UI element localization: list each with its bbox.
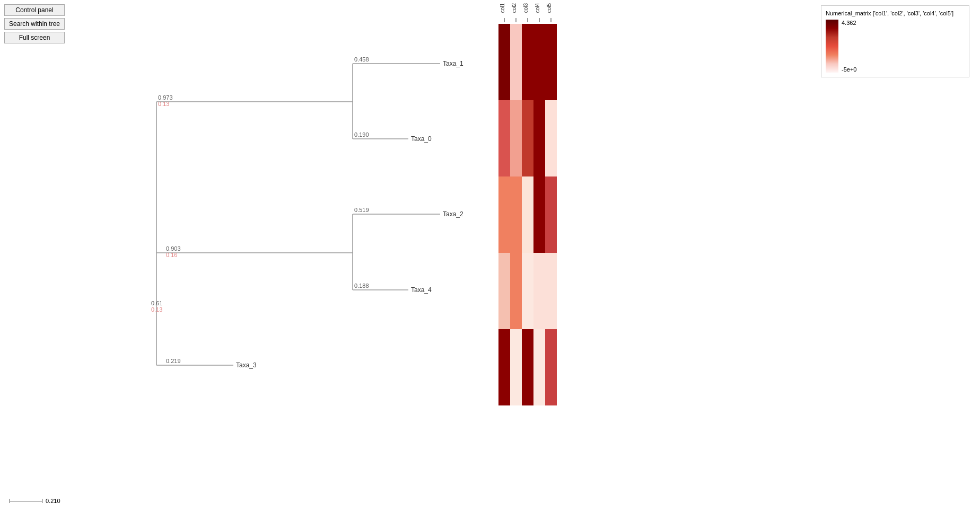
node2-support: 0.16 (166, 252, 177, 258)
svg-rect-35 (545, 253, 557, 329)
svg-rect-40 (545, 329, 557, 405)
taxa4-label: Taxa_4 (411, 286, 432, 294)
legend-title: Numerical_matrix ['col1', 'col2', 'col3'… (826, 10, 965, 16)
legend-gradient (826, 20, 838, 73)
svg-rect-23 (522, 100, 533, 176)
svg-rect-37 (510, 329, 522, 405)
node1-support: 0.13 (158, 101, 169, 107)
svg-rect-27 (510, 176, 522, 253)
svg-rect-28 (522, 176, 533, 253)
scale-label: 0.210 (46, 498, 60, 504)
svg-rect-19 (533, 24, 545, 100)
scale-horiz (10, 501, 42, 501)
taxa0-label: Taxa_0 (411, 135, 432, 143)
legend-labels: 4.362 -5e+0 (842, 20, 856, 73)
svg-rect-24 (533, 100, 545, 176)
controls-panel: Control panel Search within tree Full sc… (4, 4, 65, 43)
taxa1-branch-val: 0.458 (354, 56, 369, 63)
node1-value: 0.973 (158, 94, 173, 101)
heatmap-cells (498, 24, 559, 405)
svg-rect-22 (510, 100, 522, 176)
col5-header: col5 (546, 2, 558, 13)
legend-min: -5e+0 (842, 66, 856, 73)
taxa0-branch-val: 0.190 (354, 131, 369, 138)
svg-rect-32 (510, 253, 522, 329)
taxa4-branch-val: 0.188 (354, 283, 369, 289)
svg-rect-21 (498, 100, 510, 176)
taxa2-label: Taxa_2 (443, 210, 463, 218)
scale-tick-right (42, 499, 42, 503)
taxa2-branch-val: 0.519 (354, 207, 369, 213)
legend-max: 4.362 (842, 20, 856, 26)
root-value: 0.61 (151, 300, 162, 306)
node2-value: 0.903 (166, 245, 181, 252)
svg-rect-17 (510, 24, 522, 100)
svg-rect-18 (522, 24, 533, 100)
taxa3-branch-val: 0.219 (166, 358, 181, 364)
col2-header: col2 (511, 2, 523, 13)
svg-rect-31 (498, 253, 510, 329)
scale-line (10, 499, 42, 503)
scale-bar: 0.210 (10, 498, 60, 504)
svg-rect-20 (545, 24, 557, 100)
legend-box: Numerical_matrix ['col1', 'col2', 'col3'… (821, 5, 969, 77)
col3-header: col3 (523, 2, 535, 13)
svg-rect-30 (545, 176, 557, 253)
svg-rect-26 (498, 176, 510, 253)
svg-rect-34 (533, 253, 545, 329)
svg-rect-33 (522, 253, 533, 329)
heatmap-headers: col1 col2 col3 col4 col5 (500, 2, 558, 13)
search-within-tree-button[interactable]: Search within tree (4, 18, 65, 30)
root-support: 0.13 (151, 306, 162, 313)
svg-rect-25 (545, 100, 557, 176)
svg-rect-38 (522, 329, 533, 405)
svg-rect-39 (533, 329, 545, 405)
svg-rect-16 (498, 24, 510, 100)
col1-header: col1 (500, 2, 511, 13)
taxa3-label: Taxa_3 (236, 361, 257, 369)
control-panel-button[interactable]: Control panel (4, 4, 65, 16)
col4-header: col4 (535, 2, 546, 13)
svg-rect-29 (533, 176, 545, 253)
svg-rect-36 (498, 329, 510, 405)
taxa1-label: Taxa_1 (443, 60, 463, 67)
fullscreen-button[interactable]: Full screen (4, 32, 65, 43)
